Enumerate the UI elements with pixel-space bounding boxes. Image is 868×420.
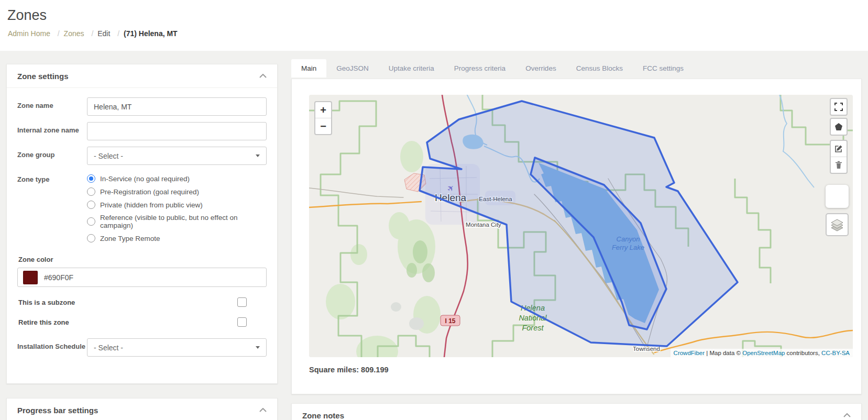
map-canvas: I 15 ✈ Helena East-Helena Montana City T… bbox=[309, 95, 853, 357]
radio-icon[interactable] bbox=[87, 174, 95, 183]
breadcrumb-separator: / bbox=[91, 29, 93, 38]
progress-bar-settings-header[interactable]: Progress bar settings bbox=[7, 399, 277, 420]
tab-main[interactable]: Main bbox=[291, 59, 326, 78]
collapse-chevron-icon[interactable] bbox=[843, 413, 851, 417]
tab-geojson[interactable]: GeoJSON bbox=[326, 59, 379, 78]
zone-name-input[interactable] bbox=[87, 97, 267, 116]
fullscreen-icon bbox=[834, 103, 843, 111]
zone-color-value: #690F0F bbox=[44, 273, 73, 282]
polygon-icon bbox=[834, 123, 843, 131]
chevron-down-icon bbox=[256, 346, 260, 349]
terrain-blob bbox=[391, 302, 401, 312]
breadcrumb-edit: Edit bbox=[97, 29, 110, 38]
trash-icon bbox=[835, 161, 842, 169]
zoom-out-button[interactable]: − bbox=[315, 118, 331, 134]
breadcrumb-admin-home[interactable]: Admin Home bbox=[8, 29, 50, 38]
page-header: Zones Admin Home / Zones / Edit / (71) H… bbox=[0, 0, 868, 51]
zone-color-swatch[interactable] bbox=[23, 271, 38, 284]
tab-census-blocks[interactable]: Census Blocks bbox=[566, 59, 633, 78]
zone-settings-body: Zone name Internal zone name Zone group … bbox=[7, 88, 277, 372]
i15-highway-shield: I 15 bbox=[441, 315, 460, 326]
radio-label: Zone Type Remote bbox=[100, 235, 160, 242]
zone-group-value: - Select - bbox=[94, 152, 123, 160]
zones-admin-page: Zones Admin Home / Zones / Edit / (71) H… bbox=[0, 0, 868, 420]
radio-pre-registration[interactable]: Pre-Registration (goal required) bbox=[87, 187, 267, 196]
square-miles-value: 809.199 bbox=[361, 366, 388, 374]
zoom-in-button[interactable]: + bbox=[315, 102, 331, 118]
zone-type-label: Zone type bbox=[17, 171, 87, 247]
retire-zone-checkbox[interactable] bbox=[237, 317, 247, 327]
installation-schedule-value: - Select - bbox=[94, 344, 123, 352]
tab-fcc-settings[interactable]: FCC settings bbox=[633, 59, 694, 78]
radio-label: Private (hidden from public view) bbox=[100, 201, 203, 209]
label-townsend: Townsend bbox=[633, 346, 660, 352]
svg-text:I 15: I 15 bbox=[445, 317, 455, 325]
layers-icon bbox=[830, 218, 844, 231]
zone-group-select[interactable]: - Select - bbox=[87, 147, 267, 165]
subzone-checkbox[interactable] bbox=[237, 297, 247, 307]
zone-name-label: Zone name bbox=[17, 97, 87, 116]
zone-notes-header[interactable]: Zone notes bbox=[292, 404, 861, 420]
edit-icon bbox=[834, 145, 843, 153]
radio-icon[interactable] bbox=[87, 234, 95, 242]
radio-reference[interactable]: Reference (visible to public, but no eff… bbox=[87, 214, 267, 229]
edit-delete-control bbox=[830, 140, 848, 174]
openstreetmap-link[interactable]: OpenStreetMap bbox=[742, 350, 785, 356]
zone-group-label: Zone group bbox=[17, 147, 87, 165]
collapse-chevron-icon[interactable] bbox=[259, 408, 267, 412]
map-panel-box bbox=[826, 185, 849, 208]
radio-label: In-Service (no goal required) bbox=[100, 175, 190, 183]
chevron-down-icon bbox=[256, 154, 260, 157]
progress-bar-settings-card: Progress bar settings bbox=[6, 398, 278, 420]
internal-zone-name-input[interactable] bbox=[87, 122, 267, 140]
radio-zone-type-remote[interactable]: Zone Type Remote bbox=[87, 234, 267, 242]
draw-polygon-button[interactable] bbox=[830, 118, 848, 136]
main-tab-panel: I 15 ✈ Helena East-Helena Montana City T… bbox=[291, 79, 862, 394]
subzone-label: This is a subzone bbox=[18, 299, 75, 306]
zone-color-input[interactable]: #690F0F bbox=[17, 268, 267, 287]
crowdfiber-link[interactable]: CrowdFiber bbox=[674, 350, 705, 356]
retire-zone-label: Retire this zone bbox=[18, 318, 69, 326]
map-attribution: CrowdFiber | Map data © OpenStreetMap co… bbox=[671, 349, 853, 357]
radio-icon[interactable] bbox=[87, 201, 95, 209]
square-miles: Square miles:809.199 bbox=[309, 366, 391, 374]
zone-settings-card: Zone settings Zone name Internal zone na… bbox=[6, 64, 278, 384]
layers-button[interactable] bbox=[826, 213, 849, 236]
radio-label: Reference (visible to public, but no eff… bbox=[100, 214, 267, 229]
label-montana-city: Montana City bbox=[466, 222, 501, 228]
breadcrumb-zones[interactable]: Zones bbox=[64, 29, 84, 38]
collapse-chevron-icon[interactable] bbox=[259, 74, 267, 78]
radio-in-service[interactable]: In-Service (no goal required) bbox=[87, 174, 267, 183]
fullscreen-button[interactable] bbox=[830, 98, 848, 116]
page-title: Zones bbox=[7, 7, 47, 24]
internal-zone-name-label: Internal zone name bbox=[17, 122, 87, 140]
edit-layers-button[interactable] bbox=[831, 141, 847, 157]
breadcrumb-separator: / bbox=[58, 29, 60, 38]
tab-progress-criteria[interactable]: Progress criteria bbox=[444, 59, 515, 78]
zone-notes-title: Zone notes bbox=[302, 411, 344, 420]
zone-settings-title: Zone settings bbox=[17, 72, 69, 81]
tab-overrides[interactable]: Overrides bbox=[515, 59, 566, 78]
zone-tabs: Main GeoJSON Uptake criteria Progress cr… bbox=[291, 59, 694, 78]
breadcrumb: Admin Home / Zones / Edit / (71) Helena,… bbox=[8, 29, 180, 38]
breadcrumb-separator: / bbox=[117, 29, 119, 38]
installation-schedule-label: Installation Schedule bbox=[17, 338, 87, 357]
zone-settings-header[interactable]: Zone settings bbox=[7, 64, 277, 88]
radio-icon[interactable] bbox=[87, 217, 95, 226]
tab-uptake-criteria[interactable]: Uptake criteria bbox=[379, 59, 444, 78]
zone-notes-card: Zone notes bbox=[291, 403, 862, 420]
terrain-blob bbox=[409, 317, 424, 330]
progress-bar-settings-title: Progress bar settings bbox=[17, 406, 98, 415]
radio-icon[interactable] bbox=[87, 187, 95, 196]
radio-private[interactable]: Private (hidden from public view) bbox=[87, 201, 267, 209]
attribution-text: | Map data © bbox=[705, 350, 742, 356]
radio-label: Pre-Registration (goal required) bbox=[100, 188, 199, 196]
attribution-text: contributors, bbox=[785, 350, 821, 356]
installation-schedule-select[interactable]: - Select - bbox=[87, 338, 267, 357]
license-link[interactable]: CC-BY-SA bbox=[821, 350, 850, 356]
zone-map[interactable]: I 15 ✈ Helena East-Helena Montana City T… bbox=[309, 95, 853, 357]
delete-layers-button[interactable] bbox=[831, 157, 847, 173]
zone-color-label: Zone color bbox=[18, 256, 266, 263]
breadcrumb-current-zone: (71) Helena, MT bbox=[124, 29, 178, 38]
map-zoom-control: + − bbox=[314, 101, 332, 135]
